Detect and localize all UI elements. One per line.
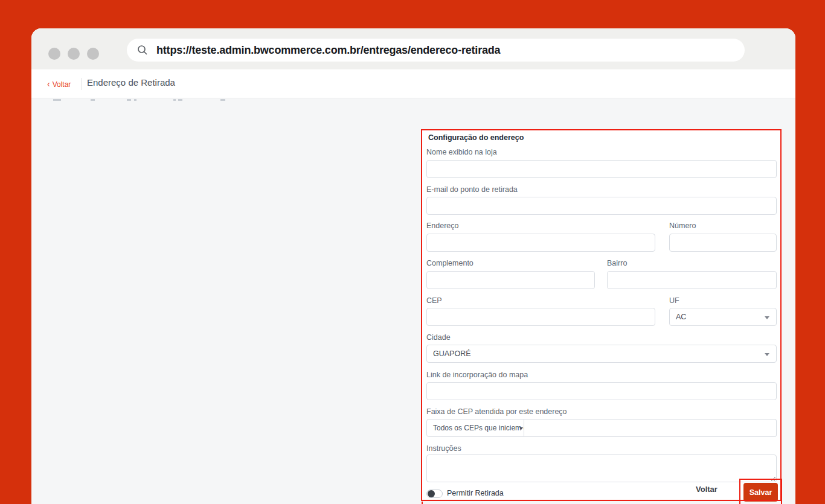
field-label-uf: UF: [669, 296, 679, 305]
endereco-input[interactable]: [426, 234, 655, 252]
annotation-tick: [422, 502, 423, 504]
faixa-prefix-value: Todos os CEPs que iniciem com: [433, 424, 524, 432]
field-label-numero: Número: [669, 222, 696, 230]
screen: { "browser": { "url": "https://teste.adm…: [0, 0, 825, 504]
chevron-down-icon: [519, 427, 523, 430]
window-control-dot[interactable]: [68, 48, 80, 60]
divider: [81, 78, 82, 90]
url-text[interactable]: https://teste.admin.bwcommerce.com.br/en…: [156, 44, 500, 57]
uf-value: AC: [676, 313, 686, 321]
clipped-text-fragment: [91, 99, 95, 101]
clipped-text-fragment: [134, 99, 136, 101]
app-header: ‹Voltar Endereço de Retirada Pedidos: [31, 69, 795, 98]
main-content: Configuração do endereço Nome exibido na…: [31, 98, 795, 504]
field-label-endereco: Endereço: [426, 222, 459, 230]
clipped-text-fragment: [53, 99, 61, 101]
field-label-cep: CEP: [426, 296, 442, 305]
chevron-left-icon: ‹: [47, 79, 50, 89]
clipped-text-fragment: [127, 99, 131, 101]
chevron-down-icon: [765, 316, 769, 319]
toggle-knob: [428, 490, 435, 497]
search-icon: [136, 44, 149, 56]
field-label-bairro: Bairro: [607, 259, 627, 267]
uf-select[interactable]: AC: [669, 308, 777, 326]
field-label-faixa: Faixa de CEP atendida por este endereço: [426, 407, 567, 416]
field-label-mapa: Link de incorporação do mapa: [426, 371, 528, 379]
browser-window: https://teste.admin.bwcommerce.com.br/en…: [31, 28, 795, 504]
email-input[interactable]: [426, 197, 777, 215]
cidade-select[interactable]: GUAPORÉ: [426, 345, 777, 363]
mapa-input[interactable]: [426, 382, 777, 400]
field-label-instrucoes: Instruções: [426, 444, 461, 453]
browser-chrome: https://teste.admin.bwcommerce.com.br/en…: [31, 28, 795, 69]
footer-voltar-button[interactable]: Voltar: [696, 485, 717, 494]
salvar-button[interactable]: Salvar: [743, 483, 778, 502]
cep-input[interactable]: [426, 308, 655, 326]
toggle-label: Permitir Retirada: [447, 489, 504, 497]
address-config-panel: Configuração do endereço Nome exibido na…: [421, 129, 782, 501]
clipped-text-fragment: [173, 99, 176, 101]
nome-input[interactable]: [426, 160, 777, 178]
field-label-nome: Nome exibido na loja: [426, 148, 497, 156]
back-label: Voltar: [53, 80, 71, 89]
url-bar[interactable]: https://teste.admin.bwcommerce.com.br/en…: [127, 39, 745, 62]
cidade-value: GUAPORÉ: [433, 349, 471, 358]
window-control-dot[interactable]: [87, 48, 99, 60]
permitir-retirada-toggle[interactable]: [426, 490, 443, 498]
field-label-cidade: Cidade: [426, 333, 451, 342]
field-label-complemento: Complemento: [426, 259, 473, 267]
bairro-input[interactable]: [607, 271, 777, 289]
faixa-cep-input[interactable]: [524, 419, 777, 437]
back-button[interactable]: ‹Voltar: [47, 79, 71, 89]
instrucoes-textarea[interactable]: [426, 455, 777, 482]
chevron-down-icon: [765, 353, 769, 356]
page-title: Endereço de Retirada: [87, 77, 175, 88]
complemento-input[interactable]: [426, 271, 595, 289]
clipped-text-fragment: [178, 99, 182, 101]
field-label-email: E-mail do ponto de retirada: [426, 185, 518, 194]
panel-title: Configuração do endereço: [428, 133, 524, 142]
numero-input[interactable]: [669, 234, 777, 252]
window-control-dot[interactable]: [48, 48, 60, 60]
clipped-text-fragment: [220, 99, 225, 101]
faixa-prefix-select[interactable]: Todos os CEPs que iniciem com: [426, 419, 524, 437]
